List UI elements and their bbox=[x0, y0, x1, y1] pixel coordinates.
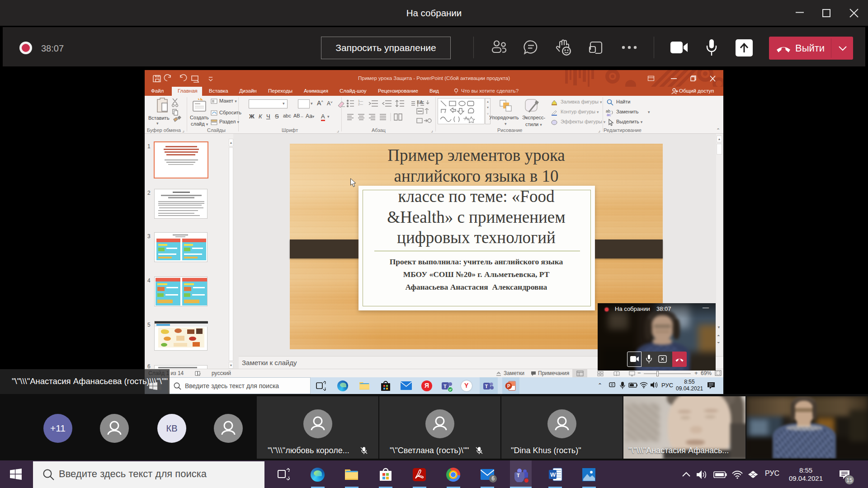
svg-text:W: W bbox=[550, 471, 556, 478]
svg-text:T: T bbox=[485, 384, 488, 389]
svg-text:T: T bbox=[443, 384, 447, 389]
svg-text:P: P bbox=[507, 384, 510, 389]
svg-text:ІІА: ІІА bbox=[417, 99, 423, 105]
svg-text:T: T bbox=[517, 473, 520, 478]
svg-text:ac: ac bbox=[607, 113, 611, 116]
svg-text:2—: 2— bbox=[358, 103, 363, 106]
svg-text:1—: 1— bbox=[358, 99, 363, 103]
